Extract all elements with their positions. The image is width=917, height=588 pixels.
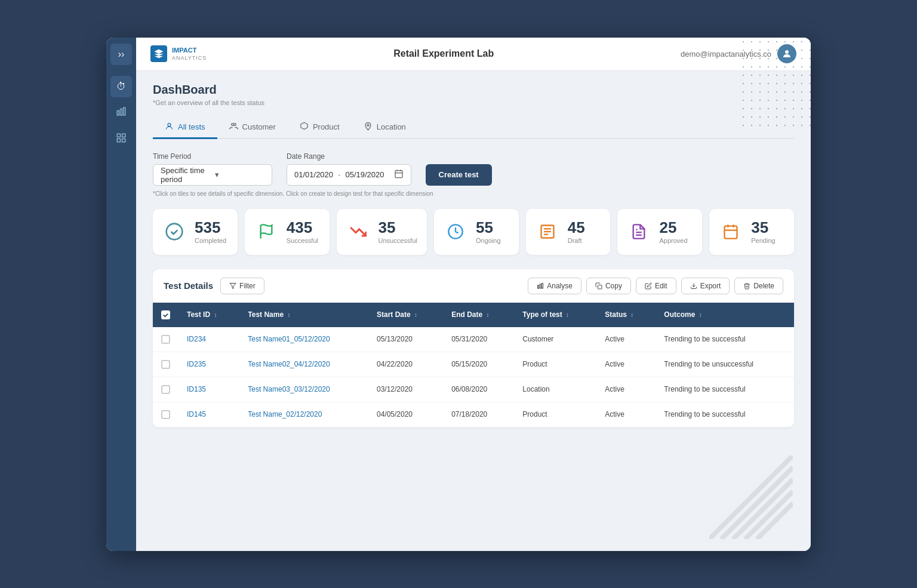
user-email: demo@impactanalytics.co xyxy=(681,50,771,59)
delete-button[interactable]: Delete xyxy=(734,278,783,294)
tab-all-tests[interactable]: All tests xyxy=(153,117,217,139)
svg-rect-25 xyxy=(725,226,737,239)
export-button[interactable]: Export xyxy=(681,278,730,294)
stat-card-completed[interactable]: 535 Completed xyxy=(153,209,238,255)
test-id-link-3[interactable]: ID145 xyxy=(187,410,206,418)
edit-button[interactable]: Edit xyxy=(636,278,676,294)
svg-point-16 xyxy=(167,224,183,240)
ongoing-number: 55 xyxy=(476,220,501,235)
export-label: Export xyxy=(700,282,721,290)
sidebar-item-analytics[interactable] xyxy=(110,128,132,150)
test-name-link-0[interactable]: Test Name01_05/12/2020 xyxy=(248,335,330,343)
user-avatar xyxy=(777,44,796,63)
test-name-link-2[interactable]: Test Name03_03/12/2020 xyxy=(248,385,330,393)
tab-bar: All tests Customer Product xyxy=(153,117,794,139)
analyse-button[interactable]: Analyse xyxy=(528,278,581,294)
row-checkbox-2[interactable] xyxy=(161,385,170,394)
ongoing-label: Ongoing xyxy=(476,237,501,244)
time-period-label: Time Period xyxy=(153,152,272,161)
successful-icon xyxy=(254,220,278,244)
create-test-button[interactable]: Create test xyxy=(426,164,492,186)
test-id-link-0[interactable]: ID234 xyxy=(187,335,206,343)
end-date-0: 05/31/2020 xyxy=(443,327,514,352)
draft-number: 45 xyxy=(568,220,585,235)
test-id-link-1[interactable]: ID235 xyxy=(187,360,206,368)
tab-all-tests-label: All tests xyxy=(178,122,205,131)
draft-icon xyxy=(536,220,559,244)
test-id-link-2[interactable]: ID135 xyxy=(187,385,206,393)
copy-button[interactable]: Copy xyxy=(586,278,631,294)
sidebar-item-dashboard[interactable]: ⏱ xyxy=(110,76,132,97)
table-row: ID234 Test Name01_05/12/2020 05/13/2020 … xyxy=(153,327,794,352)
svg-rect-32 xyxy=(542,283,543,288)
filters-row: Time Period Specific time period ▾ Date … xyxy=(153,152,794,186)
tab-product-label: Product xyxy=(313,122,340,131)
table-row: ID135 Test Name03_03/12/2020 03/12/2020 … xyxy=(153,377,794,402)
approved-info: 25 Approved xyxy=(659,220,687,244)
delete-label: Delete xyxy=(753,282,774,290)
logo-icon xyxy=(150,45,167,62)
sidebar-item-bar-chart[interactable] xyxy=(110,102,132,124)
svg-rect-1 xyxy=(121,109,122,115)
table-top-row: Test Details Filter Analyse xyxy=(153,269,794,303)
stat-card-pending[interactable]: 35 Pending xyxy=(709,209,794,255)
svg-rect-3 xyxy=(117,134,120,137)
date-range-input[interactable]: 01/01/2020 - 05/19/2020 xyxy=(287,164,411,186)
col-test-id: Test ID ↕ xyxy=(179,303,239,327)
start-date-0: 05/13/2020 xyxy=(368,327,443,352)
start-date-1: 04/22/2020 xyxy=(368,352,443,377)
svg-rect-31 xyxy=(540,284,541,288)
row-checkbox-0[interactable] xyxy=(161,335,170,344)
svg-rect-12 xyxy=(395,171,402,178)
test-details-title: Test Details xyxy=(164,281,213,291)
stat-card-unsuccessful[interactable]: 35 Unsuccessful xyxy=(337,209,427,255)
row-checkbox-1[interactable] xyxy=(161,360,170,369)
edit-label: Edit xyxy=(655,282,667,290)
svg-point-8 xyxy=(168,123,171,126)
time-period-select[interactable]: Specific time period ▾ xyxy=(153,164,272,186)
col-type: Type of test ↕ xyxy=(514,303,596,327)
pending-label: Pending xyxy=(751,237,775,244)
logo-text: IMPACT ANALYTICS xyxy=(172,47,207,60)
end-date-1: 05/15/2020 xyxy=(443,352,514,377)
type-0: Customer xyxy=(514,327,596,352)
analyse-label: Analyse xyxy=(547,282,573,290)
stat-card-successful[interactable]: 435 Successful xyxy=(245,209,330,255)
outcome-3: Trending to be successful xyxy=(656,402,794,427)
sidebar-toggle-button[interactable]: ›› xyxy=(110,44,132,65)
stat-card-ongoing[interactable]: 55 Ongoing xyxy=(434,209,519,255)
main-area: IMPACT ANALYTICS Retail Experiment Lab d… xyxy=(136,38,811,551)
date-range-label: Date Range xyxy=(287,152,411,161)
test-name-link-3[interactable]: Test Name_02/12/2020 xyxy=(248,410,322,418)
calendar-icon xyxy=(394,169,404,180)
completed-label: Completed xyxy=(195,237,226,244)
table-row: ID145 Test Name_02/12/2020 04/05/2020 07… xyxy=(153,402,794,427)
unsuccessful-label: Unsuccessful xyxy=(379,237,417,244)
type-2: Location xyxy=(514,377,596,402)
test-name-link-1[interactable]: Test Name02_04/12/2020 xyxy=(248,360,330,368)
svg-rect-5 xyxy=(117,138,120,141)
row-checkbox-3[interactable] xyxy=(161,410,170,419)
status-0: Active xyxy=(596,327,656,352)
svg-rect-4 xyxy=(122,134,125,137)
tab-customer[interactable]: Customer xyxy=(217,117,288,139)
filter-btn-label: Filter xyxy=(239,282,256,290)
stat-card-approved[interactable]: 25 Approved xyxy=(617,209,702,255)
tab-product[interactable]: Product xyxy=(288,117,352,139)
filter-button[interactable]: Filter xyxy=(220,278,264,294)
product-icon xyxy=(300,122,309,133)
tab-customer-label: Customer xyxy=(242,122,276,131)
svg-rect-2 xyxy=(124,107,125,115)
type-3: Product xyxy=(514,402,596,427)
outcome-2: Trending to be successful xyxy=(656,377,794,402)
time-period-value: Specific time period xyxy=(161,166,210,184)
date-start: 01/01/2020 xyxy=(294,170,333,179)
completed-icon xyxy=(162,220,186,244)
page-subtitle: *Get an overview of all the tests status xyxy=(153,99,794,106)
select-all-checkbox[interactable] xyxy=(161,310,170,319)
tab-location[interactable]: Location xyxy=(352,117,418,139)
pending-number: 35 xyxy=(751,220,775,235)
outcome-0: Trending to be successful xyxy=(656,327,794,352)
pending-icon xyxy=(719,220,743,244)
stat-card-draft[interactable]: 45 Draft xyxy=(526,209,611,255)
